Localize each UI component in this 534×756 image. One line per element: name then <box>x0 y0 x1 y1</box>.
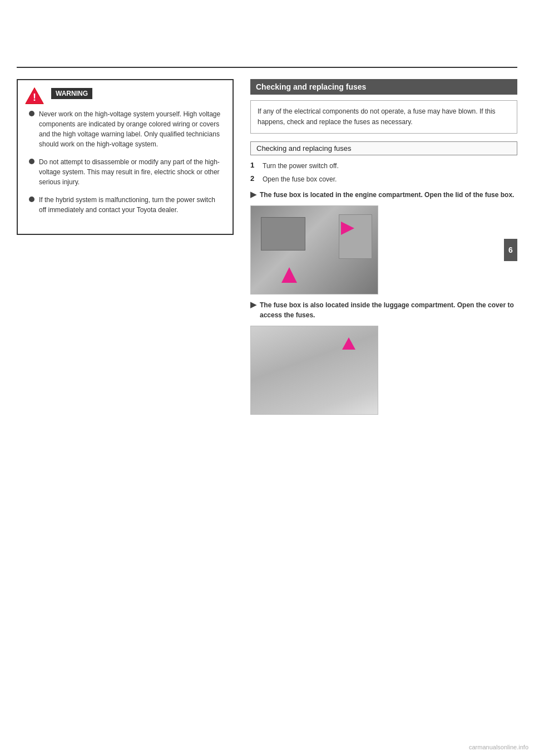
arrow-symbol-2: ▶ <box>250 300 256 309</box>
bullet-dot-2 <box>29 159 34 164</box>
content-area: ! WARNING Never work on the high-voltage… <box>0 79 534 420</box>
arrow-note-1: ▶ The fuse box is located in the engine … <box>250 190 517 200</box>
warning-content: Never work on the high-voltage system yo… <box>27 109 224 215</box>
arrow-note-text-1: The fuse box is located in the engine co… <box>260 190 514 200</box>
arrow-note-2: ▶ The fuse box is also located inside th… <box>250 300 517 320</box>
warning-bullet-2: Do not attempt to disassemble or modify … <box>29 157 224 187</box>
trunk-arrow-icon <box>342 337 355 350</box>
engine-arrow-up-icon <box>281 267 297 283</box>
engine-arrow-right-icon <box>341 222 354 235</box>
arrow-note-text-2: The fuse box is also located inside the … <box>260 300 517 320</box>
step-item-2: 2 Open the fuse box cover. <box>250 174 517 184</box>
info-box-text: If any of the electrical components do n… <box>258 107 496 126</box>
svg-text:!: ! <box>33 92 36 103</box>
right-wrapper: Checking and replacing fuses If any of t… <box>245 79 517 420</box>
trunk-image <box>250 326 378 415</box>
warning-bullet-text-2: Do not attempt to disassemble or modify … <box>39 157 224 187</box>
warning-title-bar: WARNING <box>51 88 92 99</box>
fuse-box-overlay <box>261 217 305 251</box>
top-rule <box>17 67 517 68</box>
right-column: Checking and replacing fuses If any of t… <box>245 79 517 415</box>
left-column: ! WARNING Never work on the high-voltage… <box>17 79 234 420</box>
section-header: Checking and replacing fuses <box>250 79 517 95</box>
step-number-1: 1 <box>250 161 259 169</box>
warning-bullet-text-3: If the hybrid system is malfunctioning, … <box>39 195 224 215</box>
warning-triangle-icon: ! <box>24 86 44 106</box>
warning-bullet-1: Never work on the high-voltage system yo… <box>29 109 224 149</box>
step-list: 1 Turn the power switch off. 2 Open the … <box>250 161 517 184</box>
engine-image <box>250 205 378 294</box>
sub-section-header: Checking and replacing fuses <box>250 141 517 155</box>
step-text-1: Turn the power switch off. <box>263 161 339 171</box>
warning-box: ! WARNING Never work on the high-voltage… <box>17 79 234 235</box>
arrow-symbol-1: ▶ <box>250 190 256 199</box>
warning-bullet-3: If the hybrid system is malfunctioning, … <box>29 195 224 215</box>
step-text-2: Open the fuse box cover. <box>263 174 337 184</box>
step-item-1: 1 Turn the power switch off. <box>250 161 517 171</box>
bullet-dot-3 <box>29 197 34 202</box>
step-number-2: 2 <box>250 174 259 183</box>
watermark: carmanualsonline.info <box>469 744 528 750</box>
bullet-dot-1 <box>29 111 34 116</box>
warning-bullet-text-1: Never work on the high-voltage system yo… <box>39 109 224 149</box>
info-box: If any of the electrical components do n… <box>250 100 517 134</box>
page-tab: 6 <box>504 239 517 261</box>
fuse-detail <box>339 214 372 259</box>
page-container: ! WARNING Never work on the high-voltage… <box>0 0 534 756</box>
